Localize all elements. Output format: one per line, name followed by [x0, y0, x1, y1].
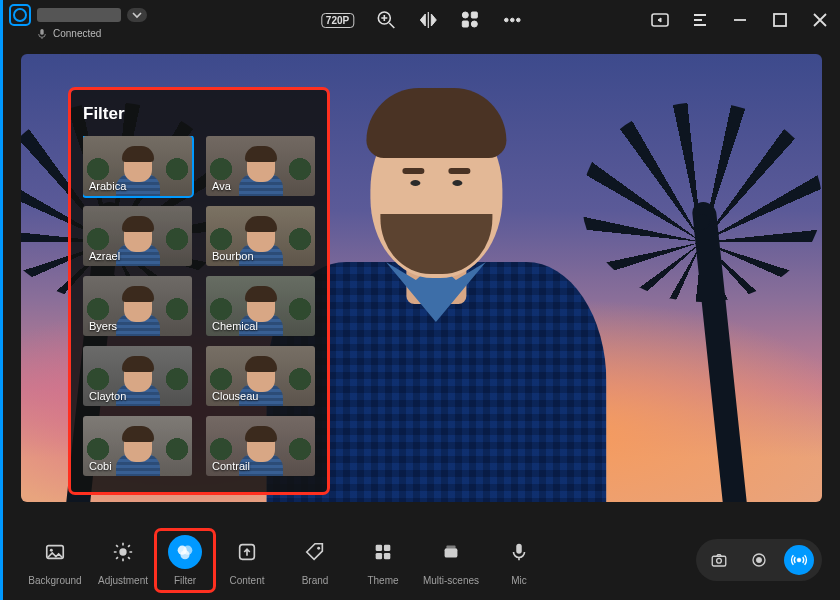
filter-grid: Arabica Ava Azrael Bourbon Byers	[83, 136, 315, 476]
resolution-badge[interactable]: 720P	[321, 13, 354, 28]
tool-label: Multi-scenes	[423, 575, 479, 586]
svg-rect-20	[384, 544, 390, 550]
tag-icon	[298, 535, 332, 569]
go-live-button[interactable]	[784, 545, 814, 575]
svg-rect-19	[376, 544, 382, 550]
maximize-icon[interactable]	[770, 10, 790, 30]
svg-rect-24	[446, 545, 455, 548]
bottom-toolbar: Background Adjustment Filter Content Bra…	[3, 520, 840, 600]
filter-label: Arabica	[89, 180, 126, 192]
tool-multiscenes[interactable]: Multi-scenes	[417, 535, 485, 586]
scenes-icon	[434, 535, 468, 569]
image-icon	[38, 535, 72, 569]
filter-panel: Filter Arabica Ava Azrael Bourbon	[71, 90, 327, 492]
device-dropdown[interactable]	[127, 8, 147, 22]
filter-label: Clouseau	[212, 390, 258, 402]
filter-thumb-contrail[interactable]: Contrail	[206, 416, 315, 476]
svg-point-16	[180, 550, 189, 559]
capture-controls	[696, 539, 822, 581]
svg-rect-23	[445, 548, 458, 557]
snapshot-button[interactable]	[704, 545, 734, 575]
filter-thumb-byers[interactable]: Byers	[83, 276, 192, 336]
svg-point-2	[462, 12, 468, 18]
svg-point-5	[471, 21, 477, 27]
filter-thumb-chemical[interactable]: Chemical	[206, 276, 315, 336]
svg-point-18	[317, 546, 320, 549]
svg-point-8	[516, 18, 520, 22]
tool-label: Mic	[511, 575, 527, 586]
more-icon[interactable]	[502, 10, 522, 30]
filter-thumb-clayton[interactable]: Clayton	[83, 346, 192, 406]
svg-point-27	[717, 558, 722, 563]
svg-point-6	[504, 18, 508, 22]
filter-label: Bourbon	[212, 250, 254, 262]
tool-label: Filter	[174, 575, 196, 586]
svg-point-12	[50, 548, 53, 551]
brightness-icon	[106, 535, 140, 569]
svg-rect-22	[384, 552, 390, 558]
svg-rect-25	[516, 543, 522, 553]
filter-label: Byers	[89, 320, 117, 332]
filter-icon	[168, 535, 202, 569]
filter-label: Chemical	[212, 320, 258, 332]
svg-point-7	[510, 18, 514, 22]
filter-thumb-bourbon[interactable]: Bourbon	[206, 206, 315, 266]
tool-content[interactable]: Content	[213, 535, 281, 586]
mic-icon	[502, 535, 536, 569]
filter-label: Clayton	[89, 390, 126, 402]
mirror-icon[interactable]	[418, 10, 438, 30]
widgets-icon[interactable]	[460, 10, 480, 30]
tool-filter[interactable]: Filter	[157, 531, 213, 590]
svg-rect-21	[376, 552, 382, 558]
tool-label: Theme	[367, 575, 398, 586]
filter-panel-title: Filter	[83, 104, 315, 124]
tool-label: Background	[28, 575, 81, 586]
upload-icon	[230, 535, 264, 569]
tool-mic[interactable]: Mic	[485, 535, 553, 586]
svg-rect-4	[462, 21, 468, 27]
filter-label: Azrael	[89, 250, 120, 262]
video-preview: Filter Arabica Ava Azrael Bourbon	[21, 54, 822, 502]
filter-thumb-ava[interactable]: Ava	[206, 136, 315, 196]
mic-status-icon	[37, 29, 47, 39]
tool-background[interactable]: Background	[21, 535, 89, 586]
svg-point-29	[756, 557, 761, 562]
filter-thumb-clouseau[interactable]: Clouseau	[206, 346, 315, 406]
svg-rect-10	[774, 14, 786, 26]
tool-label: Content	[229, 575, 264, 586]
tool-label: Brand	[302, 575, 329, 586]
filter-thumb-azrael[interactable]: Azrael	[83, 206, 192, 266]
tool-brand[interactable]: Brand	[281, 535, 349, 586]
zoom-in-icon[interactable]	[376, 10, 396, 30]
close-icon[interactable]	[810, 10, 830, 30]
filter-thumb-cobi[interactable]: Cobi	[83, 416, 192, 476]
filter-label: Ava	[212, 180, 231, 192]
svg-point-30	[797, 558, 801, 562]
svg-rect-3	[471, 12, 477, 18]
pip-icon[interactable]	[650, 10, 670, 30]
filter-label: Cobi	[89, 460, 112, 472]
connection-status-text: Connected	[53, 28, 101, 39]
svg-point-13	[119, 548, 126, 555]
svg-rect-0	[40, 29, 43, 35]
device-name-placeholder	[37, 8, 121, 22]
top-bar: Connected 720P	[3, 0, 840, 44]
panel-icon[interactable]	[690, 10, 710, 30]
minimize-icon[interactable]	[730, 10, 750, 30]
record-button[interactable]	[744, 545, 774, 575]
tool-theme[interactable]: Theme	[349, 535, 417, 586]
camera-source-icon[interactable]	[9, 4, 31, 26]
tool-adjustment[interactable]: Adjustment	[89, 535, 157, 586]
tool-label: Adjustment	[98, 575, 148, 586]
filter-label: Contrail	[212, 460, 250, 472]
filter-thumb-arabica[interactable]: Arabica	[83, 136, 192, 196]
connection-status: Connected	[37, 28, 147, 39]
grid-icon	[366, 535, 400, 569]
